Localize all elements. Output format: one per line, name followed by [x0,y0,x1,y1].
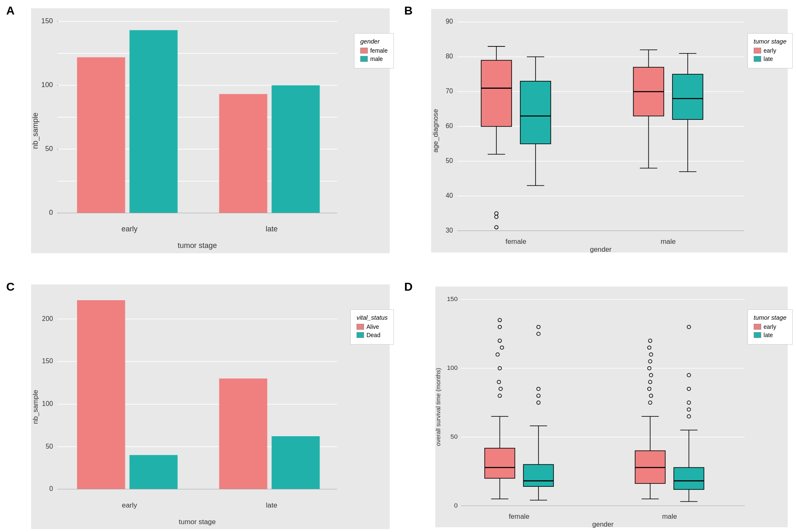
svg-text:100: 100 [447,364,458,371]
legend-c-label-alive: Alive [366,323,379,330]
svg-text:male: male [660,238,675,245]
legend-a: gender female male [354,33,394,68]
svg-text:female: female [505,238,526,245]
svg-text:80: 80 [446,53,453,60]
legend-a-title: gender [360,38,388,45]
legend-c-swatch-alive [357,324,364,330]
svg-text:100: 100 [42,400,53,407]
bar-a-early-male [129,30,177,213]
svg-text:90: 90 [446,18,453,25]
svg-text:200: 200 [42,315,53,322]
svg-text:age_diagnose: age_diagnose [432,109,439,153]
bar-c-early-dead [129,455,177,489]
svg-text:50: 50 [46,442,53,449]
svg-text:50: 50 [451,433,458,440]
bar-c-late-alive [219,379,267,489]
legend-c-item-dead: Dead [357,332,388,338]
bar-a-late-male [272,85,320,213]
legend-d-swatch-early [754,324,761,330]
legend-a-item-female: female [360,47,388,54]
svg-text:male: male [662,513,677,520]
svg-text:150: 150 [42,357,53,364]
svg-text:0: 0 [454,502,458,509]
legend-c-item-alive: Alive [357,323,388,330]
legend-d: tumor stage early late [747,309,793,345]
chart-d-svg: 0 50 100 150 overall survival time (mont… [435,284,788,530]
legend-d-title: tumor stage [754,314,786,321]
svg-text:overall survival time (months): overall survival time (months) [435,368,442,446]
legend-d-label-early: early [764,323,776,330]
svg-text:50: 50 [446,157,453,164]
panel-c: C 0 50 100 150 200 nb_sample [0,276,398,532]
bar-a-early-female [77,57,125,213]
bar-c-late-dead [272,436,320,489]
svg-text:gender: gender [592,520,614,528]
legend-b: tumor stage early late [747,33,793,68]
svg-text:late: late [266,225,278,233]
svg-text:70: 70 [446,87,453,95]
panel-d-label: D [404,280,413,294]
panel-a: A 0 50 100 150 nb_sample [0,0,398,276]
svg-text:nb_sample: nb_sample [32,390,39,424]
svg-text:late: late [266,501,277,509]
legend-b-item-early: early [754,47,786,54]
svg-text:0: 0 [49,209,53,216]
legend-b-label-early: early [764,47,776,54]
svg-text:150: 150 [447,295,458,302]
svg-text:tumor stage: tumor stage [178,241,217,250]
box-d-female-early [485,448,515,479]
panel-b-label: B [404,4,413,17]
svg-text:50: 50 [45,145,53,153]
svg-rect-21 [431,9,788,253]
legend-c-label-dead: Dead [366,332,380,338]
chart-b-svg: 30 40 50 60 70 80 90 age_diagnose [431,8,788,253]
svg-text:0: 0 [49,485,53,492]
svg-text:150: 150 [41,17,53,25]
main-grid: A 0 50 100 150 nb_sample [0,0,796,532]
svg-text:early: early [121,225,138,233]
legend-c-swatch-dead [357,332,364,338]
legend-c: vital_status Alive Dead [350,309,394,345]
legend-b-swatch-late [754,56,761,62]
svg-text:60: 60 [446,122,453,129]
box-b-female-late [520,81,551,144]
legend-a-label-male: male [370,56,383,62]
legend-d-swatch-late [754,332,761,338]
bar-a-late-female [219,94,267,213]
svg-text:early: early [122,501,137,509]
bar-c-early-alive [77,300,125,489]
box-b-male-late [672,74,703,119]
legend-a-swatch-female [360,48,368,53]
svg-rect-69 [435,287,788,527]
chart-c-svg: 0 50 100 150 200 nb_sample early late tu… [31,284,390,530]
svg-text:gender: gender [590,245,612,253]
svg-text:tumor stage: tumor stage [179,518,216,526]
svg-text:female: female [509,513,529,520]
legend-d-item-early: early [754,323,786,330]
legend-a-item-male: male [360,56,388,62]
legend-b-title: tumor stage [754,38,786,45]
panel-c-label: C [6,280,15,294]
legend-d-item-late: late [754,332,786,338]
legend-a-label-female: female [370,47,388,54]
svg-text:30: 30 [446,227,453,234]
svg-text:nb_sample: nb_sample [31,112,40,149]
chart-a-svg: 0 50 100 150 nb_sample [31,8,390,253]
svg-text:40: 40 [446,192,453,199]
legend-d-label-late: late [764,332,773,338]
panel-a-label: A [6,4,15,17]
legend-b-item-late: late [754,56,786,62]
box-d-male-late [674,467,704,489]
legend-b-label-late: late [764,56,773,62]
legend-b-swatch-early [754,48,761,53]
svg-text:100: 100 [41,81,53,89]
box-d-female-late [524,464,554,486]
panel-d: D 0 50 100 150 overall survival time (mo… [398,276,796,532]
legend-a-swatch-male [360,56,368,62]
box-b-female-early [481,60,512,126]
legend-c-title: vital_status [357,314,388,321]
panel-b: B 30 40 50 60 70 80 90 age_diagnose [398,0,796,276]
